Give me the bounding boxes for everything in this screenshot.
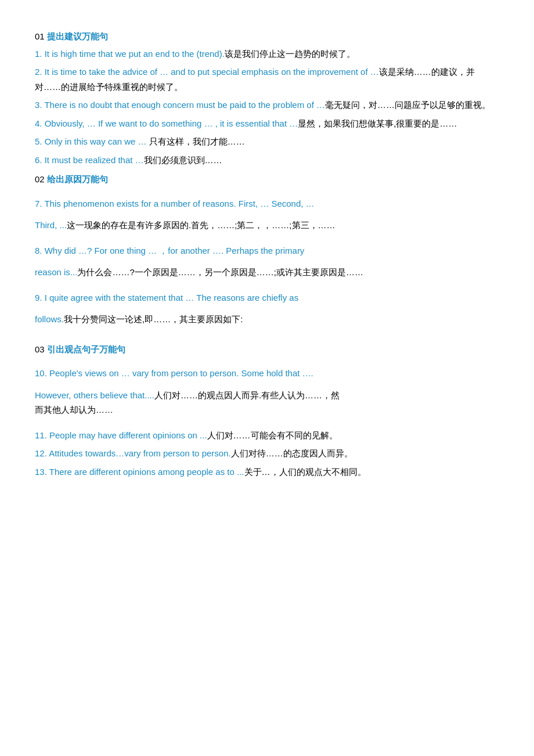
item-7-black: 这一现象的存在是有许多原因的.首先，……;第二，，……;第三，…… (67, 220, 335, 230)
item-2-blue: 2. It is time to take the advice of … an… (35, 67, 379, 77)
item-13-blue: 13. There are different opinions among p… (35, 467, 244, 477)
item-12-black: 人们对待……的态度因人而异。 (231, 448, 353, 458)
item-4: 4. Obviously, … If we want to do somethi… (35, 116, 499, 131)
item-3-black: 毫无疑问，对……问题应予以足够的重视。 (325, 100, 490, 110)
item-10: 10. People's views on … vary from person… (35, 366, 499, 417)
item-3-blue: 3. There is no doubt that enough concern… (35, 100, 325, 110)
item-8: 8. Why did …? For one thing … ，for anoth… (35, 243, 499, 280)
item-11-blue: 11. People may have different opinions o… (35, 430, 207, 440)
item-5-black: 只有这样，我们才能…… (149, 136, 245, 146)
item-7-blue-line2: Third, ... (35, 220, 67, 230)
item-10-black-line1: 人们对……的观点因人而异.有些人认为……，然 (154, 390, 340, 400)
item-13: 13. There are different opinions among p… (35, 465, 499, 480)
section-02: 02 给出原因万能句 7. This phenomenon exists for… (35, 172, 499, 337)
section-03: 03 引出观点句子万能句 10. People's views on … var… (35, 342, 499, 480)
section-01-label: 提出建议万能句 (47, 31, 108, 41)
section-02-title: 02 给出原因万能句 (35, 172, 499, 187)
item-6: 6. It must be realized that …我们必须意识到…… (35, 153, 499, 168)
item-9-blue-line1: 9. I quite agree with the statement that… (35, 290, 499, 305)
item-8-blue-line2: reason is... (35, 267, 77, 277)
section-01: 01 提出建议万能句 1. It is high time that we pu… (35, 29, 499, 167)
item-5-blue: 5. Only in this way can we … (35, 136, 149, 146)
page-content: 01 提出建议万能句 1. It is high time that we pu… (35, 29, 499, 479)
item-6-black: 我们必须意识到…… (144, 155, 222, 165)
item-5: 5. Only in this way can we … 只有这样，我们才能…… (35, 134, 499, 149)
item-11-black: 人们对……可能会有不同的见解。 (207, 430, 338, 440)
item-7: 7. This phenomenon exists for a number o… (35, 196, 499, 233)
section-01-title: 01 提出建议万能句 (35, 29, 499, 44)
item-1: 1. It is high time that we put an end to… (35, 46, 499, 62)
section-02-number: 02 (35, 174, 47, 184)
section-01-number: 01 (35, 31, 47, 41)
section-02-label: 给出原因万能句 (47, 174, 108, 184)
item-1-black: 该是我们停止这一趋势的时候了。 (225, 49, 355, 59)
item-1-blue: 1. It is high time that we put an end to… (35, 49, 225, 59)
item-10-blue-line1: 10. People's views on … vary from person… (35, 366, 499, 381)
item-12: 12. Attitudes towards…vary from person t… (35, 446, 499, 461)
item-8-black: 为什么会……?一个原因是……，另一个原因是……;或许其主要原因是…… (77, 267, 363, 277)
item-9-blue-line2: follows. (35, 314, 64, 324)
item-10-black-line2: 而其他人却认为…… (35, 405, 113, 415)
item-10-blue-line2: However, others believe that.... (35, 390, 154, 400)
item-8-blue-line1: 8. Why did …? For one thing … ，for anoth… (35, 243, 499, 258)
item-11: 11. People may have different opinions o… (35, 428, 499, 443)
item-6-blue: 6. It must be realized that … (35, 155, 144, 165)
item-2: 2. It is time to take the advice of … an… (35, 64, 499, 94)
item-9: 9. I quite agree with the statement that… (35, 290, 499, 327)
item-4-blue: 4. Obviously, … If we want to do somethi… (35, 118, 298, 128)
item-9-black: 我十分赞同这一论述,即……，其主要原因如下: (64, 314, 243, 324)
item-3: 3. There is no doubt that enough concern… (35, 98, 499, 113)
item-4-black: 显然，如果我们想做某事,很重要的是…… (298, 118, 457, 128)
section-03-title: 03 引出观点句子万能句 (35, 342, 499, 357)
item-7-blue-line1: 7. This phenomenon exists for a number o… (35, 196, 499, 211)
section-03-label: 引出观点句子万能句 (47, 344, 125, 354)
item-12-blue: 12. Attitudes towards…vary from person t… (35, 448, 231, 458)
item-13-black: 关于…，人们的观点大不相同。 (244, 467, 366, 477)
section-03-number: 03 (35, 344, 47, 354)
